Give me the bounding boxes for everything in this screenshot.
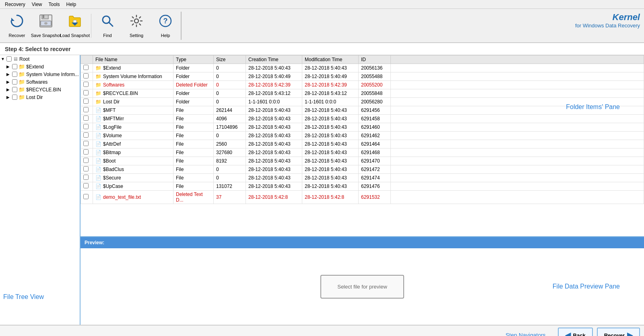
row-checkbox-0[interactable] bbox=[81, 64, 93, 72]
tree-item-sextend[interactable]: ▶ 📁 $Extend bbox=[0, 63, 80, 70]
row-checkbox-4[interactable] bbox=[81, 98, 93, 106]
row-name-10[interactable]: 📄$Bitmap bbox=[93, 148, 173, 157]
row-checkbox-7[interactable] bbox=[81, 123, 93, 132]
row-name-7[interactable]: 📄$LogFile bbox=[93, 123, 173, 132]
row-name-15[interactable]: 📄demo_text_file.txt bbox=[93, 191, 173, 204]
row-cb-9[interactable] bbox=[83, 141, 89, 146]
table-row[interactable]: 📁$RECYCLE.BIN Folder 0 28-12-2018 5:43:1… bbox=[81, 89, 644, 98]
col-header-id[interactable]: ID bbox=[359, 56, 391, 64]
row-name-13[interactable]: 📄$Secure bbox=[93, 174, 173, 182]
table-row[interactable]: 📄$LogFile File 17104896 28-12-2018 5:40:… bbox=[81, 123, 644, 132]
row-checkbox-15[interactable] bbox=[81, 191, 93, 204]
row-name-2[interactable]: 📁Softwares bbox=[93, 81, 173, 89]
tree-item-srecycle[interactable]: ▶ 📁 $RECYCLE.BIN bbox=[0, 86, 80, 93]
file-table-container[interactable]: File Name Type Size Creation Time Modifi… bbox=[80, 55, 644, 236]
tree-item-lostdir[interactable]: ▶ 📁 Lost Dir bbox=[0, 93, 80, 101]
row-cb-14[interactable] bbox=[83, 183, 89, 188]
row-name-5[interactable]: 📄$MFT bbox=[93, 106, 173, 115]
table-row[interactable]: 📄$UpCase File 131072 28-12-2018 5:40:43 … bbox=[81, 182, 644, 191]
row-cb-13[interactable] bbox=[83, 175, 89, 180]
row-checkbox-11[interactable] bbox=[81, 157, 93, 165]
table-row[interactable]: 📄$MFT File 262144 28-12-2018 5:40:43 28-… bbox=[81, 106, 644, 115]
row-name-14[interactable]: 📄$UpCase bbox=[93, 182, 173, 191]
menu-view[interactable]: View bbox=[29, 1, 45, 8]
table-row[interactable]: 📁$Extend Folder 0 28-12-2018 5:40:43 28-… bbox=[81, 64, 644, 72]
save-snapshot-button[interactable]: Save Snapshot bbox=[31, 11, 60, 40]
row-checkbox-6[interactable] bbox=[81, 115, 93, 123]
table-row[interactable]: 📄$Secure File 0 28-12-2018 5:40:43 28-12… bbox=[81, 174, 644, 182]
row-name-0[interactable]: 📁$Extend bbox=[93, 64, 173, 72]
table-row[interactable]: 📄$Boot File 8192 28-12-2018 5:40:43 28-1… bbox=[81, 157, 644, 165]
row-checkbox-14[interactable] bbox=[81, 182, 93, 191]
table-row[interactable]: 📄$AttrDef File 2560 28-12-2018 5:40:43 2… bbox=[81, 140, 644, 148]
row-checkbox-5[interactable] bbox=[81, 106, 93, 115]
row-checkbox-13[interactable] bbox=[81, 174, 93, 182]
tree-toggle-lostdir[interactable]: ▶ bbox=[6, 95, 12, 99]
tree-cb-lostdir[interactable] bbox=[12, 95, 17, 100]
table-row[interactable]: 📁Softwares Deleted Folder 0 28-12-2018 5… bbox=[81, 81, 644, 89]
row-name-9[interactable]: 📄$AttrDef bbox=[93, 140, 173, 148]
row-checkbox-9[interactable] bbox=[81, 140, 93, 148]
back-button[interactable]: ◀ Back bbox=[558, 328, 593, 336]
load-snapshot-button[interactable]: Load Snapshot bbox=[60, 11, 89, 40]
tree-toggle-root[interactable]: ▼ bbox=[1, 57, 6, 61]
row-cb-0[interactable] bbox=[83, 65, 89, 70]
row-cb-7[interactable] bbox=[83, 124, 89, 129]
table-row[interactable]: 📄demo_text_file.txt Deleted Text D... 37… bbox=[81, 191, 644, 204]
row-cb-6[interactable] bbox=[83, 115, 89, 121]
table-row[interactable]: 📁Lost Dir Folder 0 1-1-1601 0:0:0 1-1-16… bbox=[81, 98, 644, 106]
menu-help[interactable]: Help bbox=[63, 1, 80, 8]
row-cb-11[interactable] bbox=[83, 158, 89, 163]
table-row[interactable]: 📄$Bitmap File 327680 28-12-2018 5:40:43 … bbox=[81, 148, 644, 157]
table-row[interactable]: 📄$BadClus File 0 28-12-2018 5:40:43 28-1… bbox=[81, 165, 644, 174]
col-header-size[interactable]: Size bbox=[214, 56, 246, 64]
row-checkbox-3[interactable] bbox=[81, 89, 93, 98]
row-cb-3[interactable] bbox=[83, 90, 89, 95]
tree-item-sysvolinfo[interactable]: ▶ 📁 System Volume Inform... bbox=[0, 70, 80, 78]
col-header-creation[interactable]: Creation Time bbox=[246, 56, 302, 64]
row-name-12[interactable]: 📄$BadClus bbox=[93, 165, 173, 174]
find-button[interactable]: Find bbox=[93, 11, 122, 40]
row-name-4[interactable]: 📁Lost Dir bbox=[93, 98, 173, 106]
table-row[interactable]: 📄$MFTMirr File 4096 28-12-2018 5:40:43 2… bbox=[81, 115, 644, 123]
recover-nav-button[interactable]: Recover ▶ bbox=[597, 328, 640, 336]
row-name-6[interactable]: 📄$MFTMirr bbox=[93, 115, 173, 123]
menu-recovery[interactable]: Recovery bbox=[2, 1, 29, 8]
row-name-11[interactable]: 📄$Boot bbox=[93, 157, 173, 165]
row-name-8[interactable]: 📄$Volume bbox=[93, 132, 173, 140]
row-cb-4[interactable] bbox=[83, 99, 89, 104]
row-checkbox-1[interactable] bbox=[81, 72, 93, 81]
row-cb-12[interactable] bbox=[83, 166, 89, 171]
row-name-1[interactable]: 📁System Volume Information bbox=[93, 72, 173, 81]
row-cb-1[interactable] bbox=[83, 73, 89, 78]
row-cb-2[interactable] bbox=[83, 82, 89, 87]
col-header-filename[interactable]: File Name bbox=[93, 56, 173, 64]
tree-toggle-sysvolinfo[interactable]: ▶ bbox=[6, 72, 12, 76]
tree-item-root[interactable]: ▼ 🖥 Root bbox=[0, 55, 80, 63]
recover-button[interactable]: Recover bbox=[2, 11, 31, 40]
table-row[interactable]: 📁System Volume Information Folder 0 28-1… bbox=[81, 72, 644, 81]
tree-cb-root[interactable] bbox=[6, 56, 12, 62]
row-name-3[interactable]: 📁$RECYCLE.BIN bbox=[93, 89, 173, 98]
row-checkbox-12[interactable] bbox=[81, 165, 93, 174]
row-cb-8[interactable] bbox=[83, 132, 89, 138]
col-header-modification[interactable]: Modification Time bbox=[302, 56, 359, 64]
setting-button[interactable]: Setting bbox=[122, 11, 151, 40]
tree-cb-softwares[interactable] bbox=[12, 79, 17, 85]
tree-toggle-sextend[interactable]: ▶ bbox=[6, 64, 12, 69]
tree-toggle-softwares[interactable]: ▶ bbox=[6, 80, 12, 84]
help-button[interactable]: ? Help bbox=[151, 11, 180, 40]
tree-cb-sysvolinfo[interactable] bbox=[12, 72, 17, 77]
tree-toggle-srecycle[interactable]: ▶ bbox=[6, 87, 12, 92]
col-header-type[interactable]: Type bbox=[173, 56, 214, 64]
tree-item-softwares[interactable]: ▶ 📁 Softwares bbox=[0, 78, 80, 86]
row-checkbox-8[interactable] bbox=[81, 132, 93, 140]
tree-cb-sextend[interactable] bbox=[12, 64, 17, 69]
row-checkbox-10[interactable] bbox=[81, 148, 93, 157]
menu-tools[interactable]: Tools bbox=[45, 1, 63, 8]
tree-cb-srecycle[interactable] bbox=[12, 87, 17, 92]
table-row[interactable]: 📄$Volume File 0 28-12-2018 5:40:43 28-12… bbox=[81, 132, 644, 140]
row-checkbox-2[interactable] bbox=[81, 81, 93, 89]
row-cb-15[interactable] bbox=[83, 194, 89, 199]
row-cb-10[interactable] bbox=[83, 149, 89, 155]
